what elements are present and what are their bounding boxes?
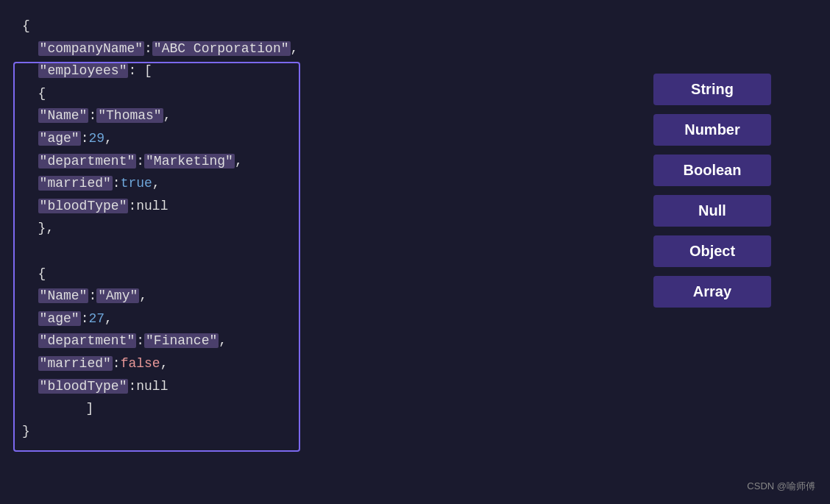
legend-array[interactable]: Array — [653, 276, 771, 308]
code-line-8: "married":true, — [22, 172, 617, 195]
code-line-12: { — [22, 263, 617, 285]
code-line-18: ] — [22, 397, 617, 420]
code-line-14: "age":27, — [22, 308, 617, 330]
code-line-15: "department":"Finance", — [22, 330, 617, 352]
code-line-13: "Name":"Amy", — [22, 285, 617, 308]
code-line-10: }, — [22, 217, 617, 240]
code-line-19: } — [22, 420, 617, 443]
code-line-2: "companyName":"ABC Corporation", — [22, 38, 617, 60]
code-line-4: { — [22, 82, 617, 105]
code-panel: { "companyName":"ABC Corporation", "empl… — [0, 0, 639, 504]
code-line-3: "employees": [ — [22, 60, 617, 82]
code-line-5: "Name":"Thomas", — [22, 104, 617, 127]
code-line-6: "age":29, — [22, 127, 617, 150]
watermark: CSDN @喻师傅 — [747, 480, 815, 493]
legend-object[interactable]: Object — [653, 235, 771, 267]
code-line-17: "bloodType":null — [22, 375, 617, 398]
code-line-1: { — [22, 15, 617, 38]
code-line-16: "married":false, — [22, 352, 617, 375]
legend-string[interactable]: String — [653, 74, 771, 105]
code-line-7: "department":"Marketing", — [22, 150, 617, 173]
legend-panel: String Number Boolean Null Object Array — [639, 0, 830, 504]
legend-null[interactable]: Null — [653, 195, 771, 227]
legend-boolean[interactable]: Boolean — [653, 155, 771, 186]
legend-number[interactable]: Number — [653, 114, 771, 146]
code-line-11 — [22, 240, 617, 263]
code-line-9: "bloodType":null — [22, 195, 617, 218]
